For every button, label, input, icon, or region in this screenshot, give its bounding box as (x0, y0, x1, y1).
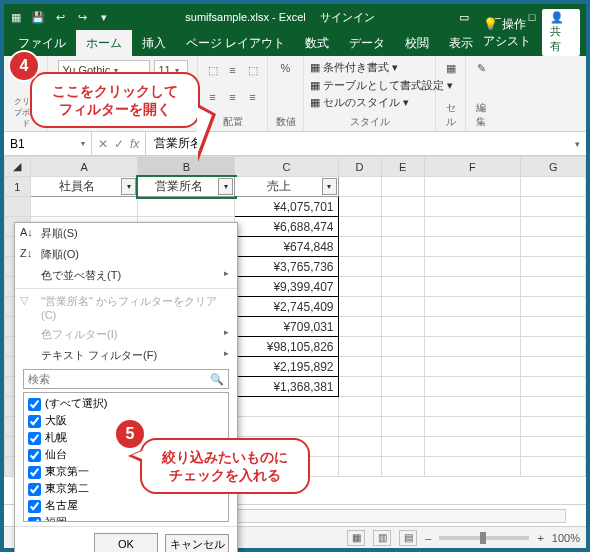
filter-cancel-button[interactable]: キャンセル (165, 534, 229, 553)
cell-A1[interactable]: 社員名▾ (30, 177, 138, 197)
align-bot-icon[interactable]: ⬚ (245, 62, 261, 78)
color-filter: 色フィルター(I)▸ (15, 324, 237, 345)
filter-checkbox[interactable] (28, 517, 41, 522)
conditional-format[interactable]: ▦ 条件付き書式 ▾ (310, 60, 398, 75)
save-icon[interactable]: 💾 (30, 9, 46, 25)
tab-formulas[interactable]: 数式 (295, 30, 339, 56)
step-badge-4: 4 (10, 52, 38, 80)
view-layout-icon[interactable]: ▥ (373, 530, 391, 546)
col-B[interactable]: B (138, 157, 235, 177)
zoom-slider[interactable] (439, 536, 529, 540)
callout-5: 絞り込みたいものに チェックを入れる (140, 438, 310, 494)
signin-label[interactable]: サインイン (320, 10, 375, 25)
row-2[interactable] (5, 197, 31, 217)
zoom-out-icon[interactable]: – (425, 532, 431, 544)
sort-by-color[interactable]: 色で並べ替え(T)▸ (15, 265, 237, 286)
col-D[interactable]: D (338, 157, 381, 177)
filter-checkbox[interactable] (28, 432, 41, 445)
filter-checkbox[interactable] (28, 483, 41, 496)
formula-expand-icon[interactable]: ▾ (569, 139, 586, 149)
align-left-icon[interactable]: ≡ (205, 89, 221, 105)
cell-styles[interactable]: ▦ セルのスタイル ▾ (310, 95, 409, 110)
view-normal-icon[interactable]: ▦ (347, 530, 365, 546)
clear-filter: ▽"営業所名" からフィルターをクリア(C) (15, 291, 237, 324)
filter-checkbox[interactable] (28, 398, 41, 411)
cell-C3[interactable]: ¥6,688,474 (235, 217, 338, 237)
align-top-icon[interactable]: ⬚ (205, 62, 221, 78)
cell-C8[interactable]: ¥709,031 (235, 317, 338, 337)
zoom-in-icon[interactable]: + (537, 532, 543, 544)
editing-icon[interactable]: ✎ (473, 60, 489, 76)
cell-C2[interactable]: ¥4,075,701 (235, 197, 338, 217)
cell-B1[interactable]: 営業所名▾ (138, 177, 235, 197)
cell-C10[interactable]: ¥2,195,892 (235, 357, 338, 377)
col-E[interactable]: E (381, 157, 424, 177)
cell-C6[interactable]: ¥9,399,407 (235, 277, 338, 297)
filter-button-B[interactable]: ▾ (218, 178, 233, 195)
group-edit-label: 編集 (472, 101, 490, 129)
text-filter[interactable]: テキスト フィルター(F)▸ (15, 345, 237, 366)
filter-checkbox[interactable] (28, 466, 41, 479)
tell-me[interactable]: 💡 操作アシスト (483, 16, 534, 50)
name-box[interactable]: B1▾ (4, 132, 92, 155)
filter-checkbox[interactable] (28, 449, 41, 462)
enter-formula-icon[interactable]: ✓ (114, 137, 124, 151)
filter-item[interactable]: (すべて選択) (26, 395, 226, 412)
col-G[interactable]: G (521, 157, 586, 177)
align-mid-icon[interactable]: ≡ (225, 62, 241, 78)
group-cells: ▦ セル (436, 56, 466, 131)
undo-icon[interactable]: ↩ (52, 9, 68, 25)
cells-icon[interactable]: ▦ (443, 60, 459, 76)
group-editing: ✎ 編集 (466, 56, 496, 131)
tab-review[interactable]: 校閲 (395, 30, 439, 56)
filter-item[interactable]: 福岡 (26, 514, 226, 522)
cell-C1[interactable]: 売上▾ (235, 177, 338, 197)
ribbon-options-icon[interactable]: ▭ (448, 6, 480, 28)
clear-filter-icon: ▽ (20, 294, 28, 307)
format-as-table[interactable]: ▦ テーブルとして書式設定 ▾ (310, 78, 453, 93)
col-F[interactable]: F (424, 157, 521, 177)
col-C[interactable]: C (235, 157, 338, 177)
tab-view[interactable]: 表示 (439, 30, 483, 56)
align-center-icon[interactable]: ≡ (225, 89, 241, 105)
cancel-formula-icon[interactable]: ✕ (98, 137, 108, 151)
select-all[interactable]: ◢ (5, 157, 31, 177)
filter-button-C[interactable]: ▾ (322, 178, 337, 195)
excel-icon: ▦ (8, 9, 24, 25)
tab-data[interactable]: データ (339, 30, 395, 56)
group-number: % 数値 (268, 56, 304, 131)
filter-search-input[interactable] (28, 373, 188, 385)
sort-desc-icon: Z↓ (20, 247, 32, 259)
col-A[interactable]: A (30, 157, 138, 177)
filter-ok-button[interactable]: OK (94, 533, 158, 552)
row-1[interactable]: 1 (5, 177, 31, 197)
zoom-level[interactable]: 100% (552, 532, 580, 544)
fx-icon[interactable]: fx (130, 137, 139, 151)
sort-desc[interactable]: Z↓降順(O) (15, 244, 237, 265)
tab-insert[interactable]: 挿入 (132, 30, 176, 56)
sort-asc[interactable]: A↓昇順(S) (15, 223, 237, 244)
share-button[interactable]: 👤 共有 (542, 9, 580, 56)
redo-icon[interactable]: ↪ (74, 9, 90, 25)
cell-C7[interactable]: ¥2,745,409 (235, 297, 338, 317)
align-right-icon[interactable]: ≡ (245, 89, 261, 105)
qat-more-icon[interactable]: ▾ (96, 9, 112, 25)
filter-checkbox[interactable] (28, 500, 41, 513)
filter-search[interactable]: 🔍 (23, 369, 229, 389)
group-styles-label: スタイル (350, 115, 390, 129)
sort-asc-icon: A↓ (20, 226, 33, 238)
step-badge-5: 5 (116, 420, 144, 448)
quick-access-toolbar: ▦ 💾 ↩ ↪ ▾ (8, 9, 112, 25)
tab-pagelayout[interactable]: ページ レイアウト (176, 30, 295, 56)
group-align-label: 配置 (223, 115, 243, 129)
number-format-icon[interactable]: % (278, 60, 294, 76)
cell-C9[interactable]: ¥98,105,826 (235, 337, 338, 357)
filter-item[interactable]: 名古屋 (26, 497, 226, 514)
cell-C4[interactable]: ¥674,848 (235, 237, 338, 257)
filter-button-A[interactable]: ▾ (121, 178, 136, 195)
filter-checkbox[interactable] (28, 415, 41, 428)
view-pagebreak-icon[interactable]: ▤ (399, 530, 417, 546)
tab-home[interactable]: ホーム (76, 30, 132, 56)
cell-C11[interactable]: ¥1,368,381 (235, 377, 338, 397)
cell-C5[interactable]: ¥3,765,736 (235, 257, 338, 277)
